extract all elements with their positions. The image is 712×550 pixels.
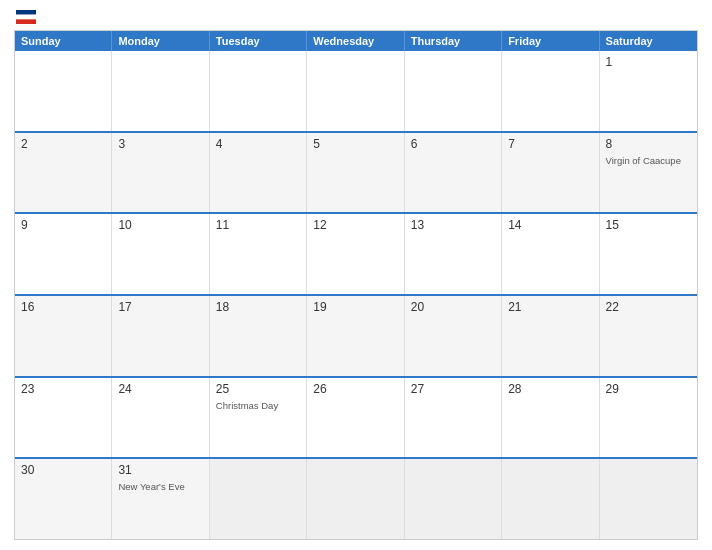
day-number: 15 (606, 218, 691, 232)
week-row: 2345678Virgin of Caacupe (15, 131, 697, 213)
week-row: 3031New Year's Eve (15, 457, 697, 539)
day-number: 23 (21, 382, 105, 396)
day-cell (307, 51, 404, 131)
day-header-monday: Monday (112, 31, 209, 51)
day-number: 5 (313, 137, 397, 151)
day-cell: 12 (307, 214, 404, 294)
day-cell (502, 459, 599, 539)
svg-rect-2 (16, 19, 36, 24)
calendar-grid: SundayMondayTuesdayWednesdayThursdayFrid… (14, 30, 698, 540)
day-cell: 13 (405, 214, 502, 294)
day-cell: 21 (502, 296, 599, 376)
day-cell: 8Virgin of Caacupe (600, 133, 697, 213)
calendar-page: SundayMondayTuesdayWednesdayThursdayFrid… (0, 0, 712, 550)
day-number: 8 (606, 137, 691, 151)
logo-flag-icon (16, 10, 36, 24)
day-number: 18 (216, 300, 300, 314)
day-number: 19 (313, 300, 397, 314)
day-cell: 6 (405, 133, 502, 213)
day-number: 16 (21, 300, 105, 314)
day-cell: 10 (112, 214, 209, 294)
day-number: 6 (411, 137, 495, 151)
day-number: 25 (216, 382, 300, 396)
day-cell: 18 (210, 296, 307, 376)
day-number: 28 (508, 382, 592, 396)
day-number: 21 (508, 300, 592, 314)
event-text: Virgin of Caacupe (606, 155, 681, 166)
day-cell: 1 (600, 51, 697, 131)
logo (14, 10, 36, 24)
day-number: 1 (606, 55, 691, 69)
day-cell: 16 (15, 296, 112, 376)
day-header-sunday: Sunday (15, 31, 112, 51)
day-number: 10 (118, 218, 202, 232)
day-cell: 14 (502, 214, 599, 294)
day-number: 22 (606, 300, 691, 314)
day-header-saturday: Saturday (600, 31, 697, 51)
day-header-friday: Friday (502, 31, 599, 51)
day-cell: 23 (15, 378, 112, 458)
week-row: 232425Christmas Day26272829 (15, 376, 697, 458)
day-cell: 19 (307, 296, 404, 376)
day-cell: 24 (112, 378, 209, 458)
day-cell: 27 (405, 378, 502, 458)
day-cell: 15 (600, 214, 697, 294)
day-number: 4 (216, 137, 300, 151)
day-number: 2 (21, 137, 105, 151)
day-number: 12 (313, 218, 397, 232)
day-cell (210, 459, 307, 539)
day-cell (405, 459, 502, 539)
day-cell (502, 51, 599, 131)
day-cell (600, 459, 697, 539)
event-text: Christmas Day (216, 400, 278, 411)
day-number: 24 (118, 382, 202, 396)
day-number: 11 (216, 218, 300, 232)
day-cell: 2 (15, 133, 112, 213)
weeks-container: 12345678Virgin of Caacupe910111213141516… (15, 51, 697, 539)
week-row: 1 (15, 51, 697, 131)
day-header-tuesday: Tuesday (210, 31, 307, 51)
day-cell: 7 (502, 133, 599, 213)
week-row: 16171819202122 (15, 294, 697, 376)
day-cell: 3 (112, 133, 209, 213)
day-number: 20 (411, 300, 495, 314)
day-cell: 4 (210, 133, 307, 213)
day-cell: 22 (600, 296, 697, 376)
day-number: 31 (118, 463, 202, 477)
day-number: 17 (118, 300, 202, 314)
day-cell: 30 (15, 459, 112, 539)
day-number: 27 (411, 382, 495, 396)
day-header-wednesday: Wednesday (307, 31, 404, 51)
day-cell: 9 (15, 214, 112, 294)
day-cell (405, 51, 502, 131)
day-cell: 29 (600, 378, 697, 458)
day-number: 30 (21, 463, 105, 477)
day-cell: 25Christmas Day (210, 378, 307, 458)
event-text: New Year's Eve (118, 481, 184, 492)
day-number: 26 (313, 382, 397, 396)
day-cell (307, 459, 404, 539)
day-number: 14 (508, 218, 592, 232)
day-number: 13 (411, 218, 495, 232)
day-cell: 11 (210, 214, 307, 294)
day-cell (210, 51, 307, 131)
day-number: 3 (118, 137, 202, 151)
day-number: 7 (508, 137, 592, 151)
day-cell: 20 (405, 296, 502, 376)
day-cell: 31New Year's Eve (112, 459, 209, 539)
calendar-header (14, 10, 698, 24)
day-cell: 17 (112, 296, 209, 376)
day-number: 9 (21, 218, 105, 232)
day-headers-row: SundayMondayTuesdayWednesdayThursdayFrid… (15, 31, 697, 51)
week-row: 9101112131415 (15, 212, 697, 294)
day-cell (15, 51, 112, 131)
svg-rect-1 (16, 15, 36, 20)
svg-rect-0 (16, 10, 36, 15)
day-cell: 26 (307, 378, 404, 458)
day-header-thursday: Thursday (405, 31, 502, 51)
day-number: 29 (606, 382, 691, 396)
day-cell: 28 (502, 378, 599, 458)
day-cell (112, 51, 209, 131)
day-cell: 5 (307, 133, 404, 213)
